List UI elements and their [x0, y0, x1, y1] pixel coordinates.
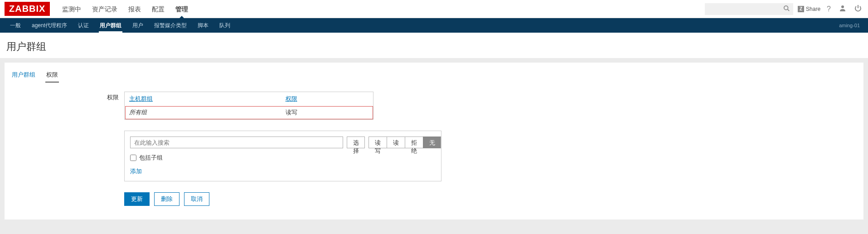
top-menu-reports[interactable]: 报表 [123, 0, 146, 18]
sub-nav-general[interactable]: 一般 [5, 18, 26, 33]
perm-table-header: 主机群组 权限 [125, 92, 373, 106]
share-z-icon: Z [798, 6, 804, 12]
server-name: aming-01 [839, 23, 863, 28]
include-sub-label: 包括子组 [139, 154, 163, 162]
header-permission[interactable]: 权限 [286, 95, 297, 102]
delete-button[interactable]: 删除 [154, 192, 179, 206]
sub-nav-user-groups[interactable]: 用户群组 [94, 18, 127, 33]
top-menu-admin[interactable]: 管理 [170, 0, 194, 18]
top-right: Z Share ? [705, 3, 863, 15]
include-sub-checkbox[interactable] [130, 155, 136, 161]
perm-btn-deny[interactable]: 拒绝 [405, 136, 423, 148]
share-button[interactable]: Z Share [798, 6, 820, 12]
svg-line-1 [788, 10, 790, 11]
perm-btn-r[interactable]: 读 [387, 136, 405, 148]
form-area: 权限 主机群组 权限 所有组 读写 [5, 83, 863, 219]
sub-nav-left: 一般 agent代理程序 认证 用户群组 用户 报警媒介类型 脚本 队列 [5, 18, 839, 33]
tab-permissions[interactable]: 权限 [45, 68, 59, 83]
update-button[interactable]: 更新 [124, 192, 150, 206]
select-button[interactable]: 选择 [347, 136, 365, 148]
header-host-group[interactable]: 主机群组 [129, 95, 153, 102]
perm-content: 主机群组 权限 所有组 读写 选择 读写 [124, 92, 441, 206]
controls-top: 选择 读写 读 拒绝 无 [130, 136, 436, 148]
sub-nav-queue[interactable]: 队列 [214, 18, 236, 33]
svg-point-2 [841, 5, 844, 8]
sub-nav-users[interactable]: 用户 [127, 18, 149, 33]
content-panel: 用户群组 权限 权限 主机群组 权限 所有组 读写 [5, 63, 863, 219]
perm-row-group: 所有组 [125, 106, 281, 120]
sub-nav-media-types[interactable]: 报警媒介类型 [149, 18, 192, 33]
cancel-button[interactable]: 取消 [184, 192, 209, 206]
perm-btn-none[interactable]: 无 [423, 136, 441, 148]
power-icon[interactable] [853, 5, 863, 14]
controls-box: 选择 读写 读 拒绝 无 包括子组 添加 [124, 131, 441, 181]
sub-nav-auth[interactable]: 认证 [73, 18, 94, 33]
top-nav: ZABBIX 监测中 资产记录 报表 配置 管理 Z Share ? [0, 0, 868, 18]
top-menu-config[interactable]: 配置 [146, 0, 170, 18]
sub-nav: 一般 agent代理程序 认证 用户群组 用户 报警媒介类型 脚本 队列 ami… [0, 18, 868, 33]
perm-btn-group: 读写 读 拒绝 无 [369, 136, 441, 148]
perm-table-row: 所有组 读写 [125, 106, 373, 120]
include-sub-row: 包括子组 [130, 154, 436, 162]
perm-row-value: 读写 [281, 106, 373, 120]
top-menu: 监测中 资产记录 报表 配置 管理 [57, 0, 705, 18]
help-icon[interactable]: ? [825, 5, 833, 13]
bottom-buttons: 更新 删除 取消 [124, 192, 441, 206]
perm-btn-rw[interactable]: 读写 [369, 136, 387, 148]
tab-bar: 用户群组 权限 [5, 63, 863, 83]
perm-label: 权限 [11, 92, 124, 102]
svg-point-0 [784, 6, 788, 10]
global-search[interactable] [705, 3, 793, 15]
page-title: 用户群组 [6, 40, 862, 54]
content-wrapper: 用户群组 权限 权限 主机群组 权限 所有组 读写 [0, 58, 868, 234]
form-row-permissions: 权限 主机群组 权限 所有组 读写 [11, 92, 857, 206]
top-menu-monitoring[interactable]: 监测中 [57, 0, 87, 18]
sub-nav-proxies[interactable]: agent代理程序 [26, 18, 73, 33]
group-search-input[interactable] [130, 136, 343, 148]
tab-user-group[interactable]: 用户群组 [11, 68, 36, 83]
logo[interactable]: ZABBIX [5, 2, 50, 16]
top-menu-inventory[interactable]: 资产记录 [87, 0, 123, 18]
add-link[interactable]: 添加 [130, 167, 436, 176]
user-icon[interactable] [837, 5, 848, 14]
page-header: 用户群组 [0, 33, 868, 58]
share-label: Share [806, 6, 820, 12]
search-icon [783, 5, 790, 13]
perm-table: 主机群组 权限 所有组 读写 [124, 92, 373, 120]
sub-nav-scripts[interactable]: 脚本 [192, 18, 214, 33]
